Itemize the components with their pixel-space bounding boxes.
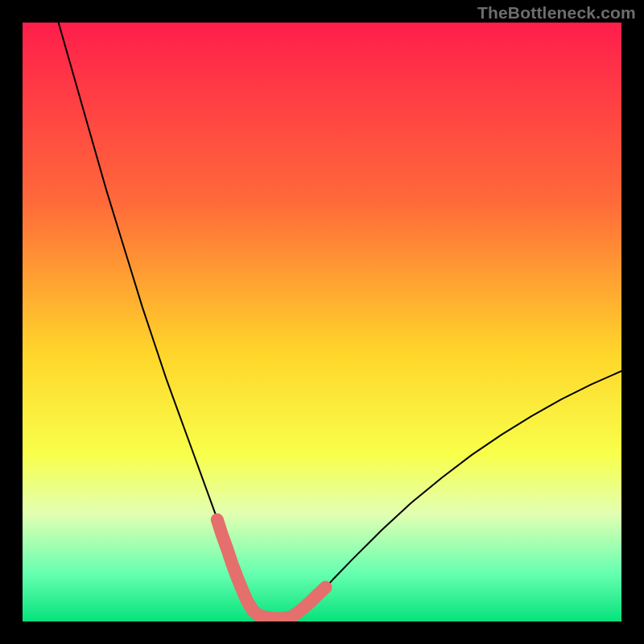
gradient-background <box>23 23 621 621</box>
chart-frame: TheBottleneck.com <box>0 0 644 644</box>
plot-area <box>23 23 621 621</box>
watermark-text: TheBottleneck.com <box>477 3 636 23</box>
chart-svg <box>23 23 621 621</box>
